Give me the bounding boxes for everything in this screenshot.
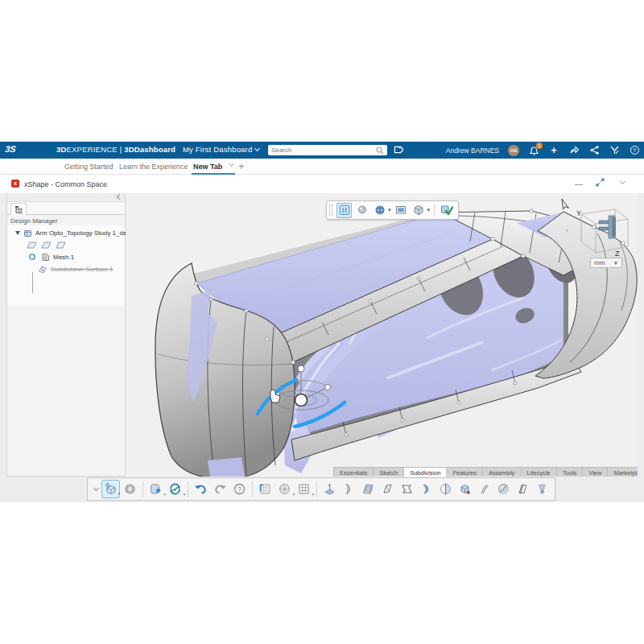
redo-icon[interactable] (211, 480, 229, 498)
undo-icon[interactable] (192, 480, 210, 498)
global-search[interactable] (268, 145, 387, 155)
application-window: 3S 3DEXPERIENCE | 3DDashboard My First D… (0, 142, 644, 502)
expand-caret-icon[interactable] (15, 231, 20, 235)
brand-app: 3DDashboard (124, 145, 175, 154)
tree-subdivision-row[interactable]: Subdivision Surface.1 (38, 263, 113, 275)
units-dropdown[interactable]: mm ▼ (590, 258, 622, 268)
render-sphere-icon[interactable] (354, 203, 369, 218)
help-icon[interactable]: ? (629, 145, 640, 156)
tree-structure-icon (14, 205, 23, 214)
globe-navigation-icon[interactable] (372, 203, 387, 218)
update-caret-icon[interactable]: ▪ (184, 492, 185, 497)
positioned-sketch-icon[interactable] (256, 480, 275, 498)
tree-subdivision-label[interactable]: Subdivision Surface.1 (51, 266, 113, 273)
cad-model[interactable] (126, 193, 638, 477)
globe-dropdown-caret-icon[interactable]: ▾ (388, 207, 391, 213)
viewport-3d[interactable]: ▾ ▾ (126, 193, 638, 477)
panel-collapse-icon[interactable] (117, 194, 122, 200)
units-value: mm (594, 259, 605, 266)
new-content-icon[interactable]: ▪ (101, 480, 120, 498)
base-surface-caret-icon[interactable]: ▪ (312, 492, 314, 497)
visibility-node-icon[interactable] (28, 253, 36, 261)
add-tab-button[interactable]: + (238, 160, 245, 172)
dashboard-name[interactable]: My First Dashboard (183, 145, 252, 154)
search-icon[interactable] (376, 147, 384, 155)
action-bar-separator (188, 481, 188, 497)
xshape-app-icon[interactable]: x (11, 180, 19, 188)
units-caret-icon: ▼ (613, 261, 618, 266)
bend-surface-icon[interactable] (340, 480, 358, 498)
offset-surface-icon[interactable] (514, 480, 532, 498)
ribbon-tab-sketch[interactable]: Sketch (373, 467, 403, 477)
ribbon-tab-lifecycle[interactable]: Lifecycle (521, 467, 556, 477)
xy-plane-icon[interactable] (27, 241, 37, 250)
zx-plane-icon[interactable] (56, 241, 66, 250)
bell-icon[interactable]: 1 (528, 145, 539, 156)
new-tab-chevron-icon[interactable] (229, 161, 234, 167)
ribbon-tab-features[interactable]: Features (446, 467, 482, 477)
tag-icon[interactable] (392, 144, 403, 155)
axis-z-label: Z (615, 250, 620, 258)
fold-surface-icon[interactable] (378, 480, 397, 498)
tab-learn-the-experience[interactable]: Learn the Experience (119, 159, 188, 175)
tree-mesh-label[interactable]: Mesh.1 (53, 254, 74, 261)
view-cube-icon[interactable] (411, 203, 427, 218)
manipulator-handle-right[interactable] (325, 385, 331, 390)
share-network-icon[interactable] (588, 145, 600, 156)
base-surface-icon[interactable]: ▪ (295, 480, 313, 498)
brand-product-bold: 3D (56, 145, 67, 154)
manage-content-icon[interactable] (121, 480, 139, 498)
frame-surface-icon[interactable] (359, 480, 378, 498)
ribbon-tab-marketplace[interactable]: Marketplace (607, 467, 638, 477)
loft-frame-icon[interactable] (398, 480, 416, 498)
screen-fit-icon[interactable] (394, 203, 409, 218)
save-data-icon[interactable]: ▪ (147, 480, 165, 498)
manipulator-center[interactable] (295, 394, 308, 407)
view-toolbar: ▾ ▾ (326, 200, 459, 220)
tab-new-tab[interactable]: New Tab (193, 159, 222, 175)
split-view-icon[interactable] (336, 203, 352, 218)
expand-icon[interactable] (596, 178, 605, 187)
subdivision-primitive-icon[interactable]: ▪ (275, 480, 294, 498)
manipulator-handle-up[interactable] (298, 365, 304, 372)
model-tree: Arm Opto_Topology Study 1_deform... Mesh… (7, 225, 125, 306)
user-name[interactable]: Andrew BARNES (446, 147, 499, 155)
flex-curve-icon[interactable] (475, 480, 493, 498)
ribbon-tab-tools[interactable]: Tools (556, 467, 583, 477)
physical-product-icon (23, 229, 32, 237)
ribbon-tab-essentials[interactable]: Essentials (333, 467, 373, 477)
symmetry-icon[interactable] (533, 480, 551, 498)
tab-getting-started[interactable]: Getting Started (64, 159, 114, 175)
navigation-cube[interactable]: Y Z (570, 203, 633, 261)
split-surface-icon[interactable] (436, 480, 455, 498)
extrude-face-icon[interactable] (320, 480, 339, 498)
update-validate-icon[interactable] (439, 203, 454, 218)
new-content-caret-icon[interactable]: ▪ (118, 491, 120, 496)
help-tool-icon[interactable]: ? (230, 480, 249, 498)
fill-surface-icon[interactable] (417, 480, 436, 498)
avatar[interactable]: AB (508, 145, 519, 156)
brand-product: EXPERIENCE (67, 145, 118, 154)
sphere-cut-icon[interactable] (494, 480, 513, 498)
cube-modify-icon[interactable] (456, 480, 474, 498)
yz-plane-icon[interactable] (41, 241, 52, 250)
axis-y-label: Y (576, 209, 581, 217)
ribbon-tab-subdivision[interactable]: Subdivision (403, 467, 446, 477)
cube-dropdown-caret-icon[interactable]: ▾ (427, 207, 431, 213)
header-chevron-icon[interactable] (620, 178, 625, 184)
tree-mesh-row[interactable]: Mesh.1 (28, 251, 74, 262)
compass-collapse-icon[interactable]: ‹ (566, 226, 568, 234)
minimize-icon[interactable] (575, 184, 583, 186)
toolbar-grip[interactable] (329, 204, 332, 216)
design-manager-tab[interactable] (10, 203, 27, 215)
ribbon-tab-assembly[interactable]: Assembly (482, 467, 521, 477)
swym-icon[interactable] (609, 145, 620, 156)
ribbon-tab-view[interactable]: View (582, 467, 607, 477)
search-input[interactable] (271, 147, 376, 154)
action-bar-collapse-icon[interactable] (91, 485, 98, 493)
update-sync-icon[interactable]: ▪ (166, 480, 184, 498)
add-icon[interactable]: + (548, 145, 559, 156)
design-manager-panel: Design Manager Arm Opto_Topology Study 1… (6, 193, 126, 477)
share-arrow-icon[interactable] (568, 145, 580, 156)
dashboard-chevron-icon[interactable] (254, 146, 260, 151)
